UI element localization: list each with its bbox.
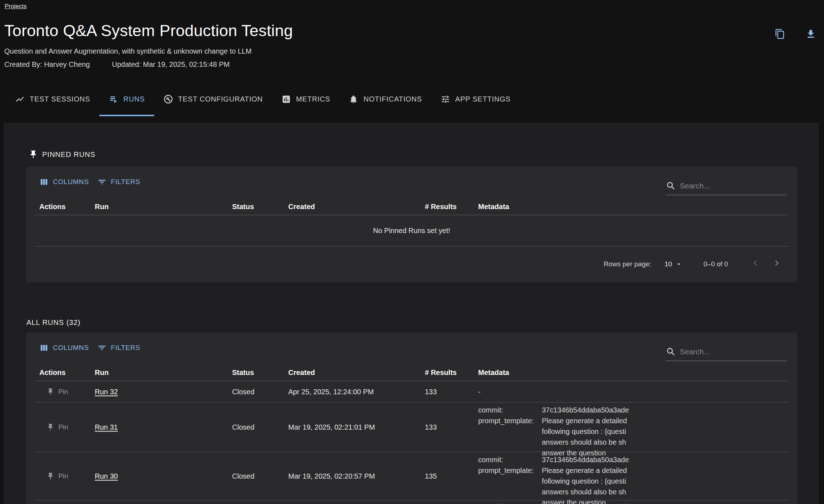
tune-icon <box>441 94 450 104</box>
tab-label: RUNS <box>123 95 145 103</box>
tab-notifications[interactable]: NOTIFICATIONS <box>339 83 431 115</box>
filters-button[interactable]: FILTERS <box>97 343 140 352</box>
column-header-actions[interactable]: Actions <box>39 368 65 376</box>
column-header-actions[interactable]: Actions <box>39 202 65 211</box>
page-meta: Created By: Harvey Cheng Updated: Mar 19… <box>4 60 230 69</box>
pinned-table-header: Actions Run Status Created # Results Met… <box>35 198 789 215</box>
column-header-created[interactable]: Created <box>288 202 315 211</box>
results-cell: 135 <box>425 472 437 480</box>
run-link[interactable]: Run 32 <box>95 387 118 395</box>
build-circle-icon <box>163 94 173 104</box>
content-copy-icon <box>775 29 785 39</box>
columns-icon <box>39 343 49 352</box>
tab-metrics[interactable]: METRICS <box>272 83 340 115</box>
pin-button-label: Pin <box>58 388 68 396</box>
next-page-button[interactable] <box>771 257 784 270</box>
previous-page-button[interactable] <box>750 257 763 270</box>
status-cell: Closed <box>232 387 254 396</box>
created-cell: Apr 25, 2025, 12:24:00 PM <box>288 387 374 396</box>
search-input[interactable] <box>680 182 787 190</box>
page-title: Toronto Q&A System Production Testing <box>4 21 293 40</box>
app-root: { "colors": { "accent_blue": "#8fbcef", … <box>0 0 824 504</box>
search-input[interactable] <box>680 347 787 356</box>
columns-button-label: COLUMNS <box>53 344 89 352</box>
section-title: ALL RUNS (32) <box>26 318 80 327</box>
pin-button[interactable]: Pin <box>46 472 68 480</box>
filters-button[interactable]: FILTERS <box>97 177 140 187</box>
created-by-label: Created By: Harvey Cheng <box>4 60 90 69</box>
copy-button[interactable] <box>775 29 785 39</box>
created-cell: Mar 19, 2025, 02:21:01 PM <box>288 423 375 431</box>
push-pin-icon <box>46 472 54 480</box>
chevron-left-icon <box>750 258 763 268</box>
column-header-metadata[interactable]: Metadata <box>478 202 509 211</box>
metadata-key: commit: <box>478 405 534 415</box>
filter-list-icon <box>97 177 107 187</box>
pinned-pagination: Rows per page: 10 0–0 of 0 <box>35 247 789 282</box>
column-header-run[interactable]: Run <box>95 368 109 376</box>
tab-label: TEST CONFIGURATION <box>178 95 263 103</box>
metadata-values: 37c1346b54ddaba50a3ade Please generate a… <box>542 454 633 504</box>
metadata-keys: commit: <box>478 501 503 504</box>
metadata-cell: - <box>478 387 481 396</box>
rows-per-page-label: Rows per page: <box>604 260 651 268</box>
push-pin-icon <box>46 423 54 431</box>
columns-button[interactable]: COLUMNS <box>39 343 89 352</box>
header-actions <box>775 29 816 39</box>
all-runs-card: COLUMNS FILTERS Actions Run Status Creat <box>26 332 797 504</box>
search-icon <box>666 347 676 356</box>
results-cell: 133 <box>425 423 437 431</box>
tab-runs[interactable]: RUNS <box>99 83 154 115</box>
run-link[interactable]: Run 30 <box>95 472 118 480</box>
metadata-prompt-line: Please generate a detailed <box>542 415 633 426</box>
column-header-created[interactable]: Created <box>288 368 315 376</box>
pinned-table: Actions Run Status Created # Results Met… <box>35 198 789 282</box>
push-pin-icon <box>46 388 54 396</box>
status-cell: Closed <box>232 423 254 431</box>
metadata-keys: commit: prompt_template: <box>478 454 534 476</box>
columns-button-label: COLUMNS <box>53 178 89 186</box>
column-header-results[interactable]: # Results <box>425 202 457 211</box>
table-row: Pin Run 30 Closed Mar 19, 2025, 02:20:57… <box>35 452 789 500</box>
metadata-values: 37c1346b54ddaba50a3ade Please generate a… <box>542 405 633 458</box>
pin-button[interactable]: Pin <box>46 388 68 396</box>
pin-button[interactable]: Pin <box>46 423 68 431</box>
columns-button[interactable]: COLUMNS <box>39 177 89 187</box>
tab-test-sessions[interactable]: TEST SESSIONS <box>6 83 99 115</box>
chevron-right-icon <box>771 258 784 268</box>
pinned-search <box>666 177 787 195</box>
section-title: PINNED RUNS <box>42 150 95 159</box>
breadcrumb-projects-link[interactable]: Projects <box>5 3 26 10</box>
pagination-range-label: 0–0 of 0 <box>703 260 728 268</box>
metadata-commit-value: 37c1346b54ddaba50a3ad <box>542 501 633 504</box>
rows-per-page-value: 10 <box>664 260 672 268</box>
download-button[interactable] <box>805 29 816 39</box>
run-link[interactable]: Run 31 <box>95 423 118 431</box>
metadata-prompt-line: Please generate a detailed <box>542 465 633 476</box>
created-cell: Mar 19, 2025, 02:20:57 PM <box>288 472 375 480</box>
column-header-metadata[interactable]: Metadata <box>478 368 509 376</box>
page-subtitle: Question and Answer Augmentation, with s… <box>4 47 252 55</box>
column-header-status[interactable]: Status <box>232 202 254 211</box>
column-header-status[interactable]: Status <box>232 368 254 376</box>
line-chart-icon <box>15 94 25 104</box>
search-icon <box>666 181 676 191</box>
status-cell: Closed <box>232 472 254 480</box>
table-row: Pin Run 32 Closed Apr 25, 2025, 12:24:00… <box>35 381 789 402</box>
filters-button-label: FILTERS <box>111 178 140 186</box>
tab-app-settings[interactable]: APP SETTINGS <box>431 83 520 115</box>
table-row: Pin Run 31 Closed Mar 19, 2025, 02:21:01… <box>35 402 789 452</box>
metadata-prompt-line: following question : {questi <box>542 426 633 437</box>
playlist-play-icon <box>109 94 118 104</box>
empty-state-message: No Pinned Runs set yet! <box>35 215 789 247</box>
column-header-results[interactable]: # Results <box>425 368 457 376</box>
pinned-runs-section-label: PINNED RUNS <box>29 149 95 159</box>
column-header-run[interactable]: Run <box>95 202 109 211</box>
metadata-key: prompt_template: <box>478 465 534 476</box>
rows-per-page-select[interactable]: 10 <box>664 260 683 268</box>
tab-label: TEST SESSIONS <box>30 95 90 103</box>
tab-test-configuration[interactable]: TEST CONFIGURATION <box>154 83 272 115</box>
filters-button-label: FILTERS <box>111 344 140 352</box>
pin-button-label: Pin <box>58 423 68 431</box>
columns-icon <box>39 177 49 187</box>
